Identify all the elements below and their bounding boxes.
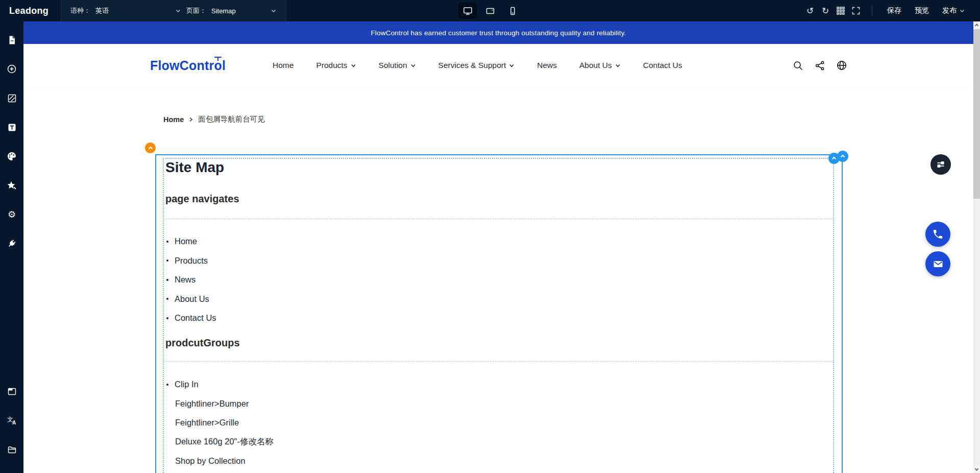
collapse-outer-button[interactable] [837, 151, 848, 162]
chevron-down-icon [974, 467, 979, 471]
chevron-down-icon [509, 63, 514, 68]
email-contact-button[interactable] [925, 251, 950, 276]
language-select[interactable]: 英语 [95, 6, 181, 15]
sitemap-link-home[interactable]: Home [166, 232, 216, 251]
sitemap-title: Site Map [165, 159, 224, 176]
sitemap-link-about-us[interactable]: About Us [166, 290, 216, 309]
page-select[interactable]: Sitemap [211, 7, 277, 15]
page-value: Sitemap [211, 7, 236, 15]
mobile-view-button[interactable] [503, 3, 522, 19]
builder-topbar: Leadong 语种： 英语 页面： Sitemap ↺ ↻ [0, 0, 980, 21]
toolbar-divider [872, 6, 872, 16]
translate-icon[interactable]: 文A [6, 415, 17, 426]
section-divider [163, 219, 834, 219]
breadcrumb: Home 面包屑导航前台可见 [163, 114, 265, 124]
chevron-down-icon [271, 8, 277, 14]
chevron-down-icon [615, 63, 621, 68]
sitemap-link-clip-in[interactable]: Clip In [166, 375, 274, 394]
settings-gear-icon[interactable]: ⚙ [6, 209, 17, 220]
sitemap-product-list: Clip In Feightliner>Bumper Feightliner>G… [166, 375, 274, 471]
scrollbar-thumb[interactable] [973, 29, 980, 199]
globe-language-icon[interactable] [836, 60, 847, 71]
plugin-icon[interactable] [6, 238, 17, 249]
fullscreen-icon[interactable] [848, 3, 864, 18]
tablet-icon [485, 6, 495, 16]
valve-o-glyph: o [214, 58, 222, 73]
text-style-icon[interactable] [6, 122, 17, 133]
email-icon [932, 258, 944, 270]
theme-palette-icon[interactable] [6, 151, 17, 162]
page-label: 页面： [186, 6, 206, 15]
background-icon[interactable] [6, 92, 17, 104]
pages-icon[interactable] [6, 34, 17, 45]
share-icon[interactable] [814, 60, 825, 71]
site-logo[interactable]: FlowControl [150, 58, 226, 73]
device-switcher [458, 0, 522, 21]
block-settings-button[interactable] [930, 154, 951, 175]
sitemap-nav-heading: page navigates [165, 193, 239, 205]
chevron-up-icon [974, 23, 979, 28]
scroll-down-button[interactable] [973, 465, 980, 473]
preview-button[interactable]: 预览 [908, 6, 936, 15]
add-section-icon[interactable] [6, 63, 17, 75]
announcement-bar: FlowControl has earned customer trust th… [23, 21, 973, 44]
builder-logo: Leadong [0, 6, 61, 16]
sitemap-link-news[interactable]: News [166, 270, 216, 290]
browser-window-icon[interactable] [6, 386, 17, 397]
svg-text:A: A [12, 420, 16, 425]
tablet-view-button[interactable] [481, 3, 499, 19]
nav-item-services-support[interactable]: Services & Support [438, 61, 515, 70]
sliders-icon [936, 159, 946, 170]
sitemap-link-freightliner-bumper[interactable]: Feightliner>Bumper [166, 394, 274, 414]
scroll-up-button[interactable] [973, 21, 980, 29]
section-divider [163, 361, 834, 362]
chevron-up-icon [148, 145, 154, 151]
sitemap-block-selected[interactable]: Site Map page navigates Home Products Ne… [155, 154, 843, 473]
nav-item-home[interactable]: Home [273, 61, 293, 70]
nav-item-about-us[interactable]: About Us [579, 61, 621, 70]
undo-icon[interactable]: ↺ [802, 3, 818, 18]
chevron-down-icon [351, 63, 356, 68]
sitemap-link-contact-us[interactable]: Contact Us [166, 309, 216, 328]
nav-item-news[interactable]: News [537, 61, 557, 70]
desktop-icon [463, 6, 473, 16]
sitemap-link-products[interactable]: Products [166, 251, 216, 271]
breadcrumb-home-link[interactable]: Home [163, 115, 184, 124]
sitemap-link-shop-by-collection[interactable]: Shop by Collection [166, 452, 274, 471]
collapse-block-button[interactable] [145, 143, 156, 153]
page-scrollbar[interactable] [973, 21, 980, 473]
nav-item-solution[interactable]: Solution [379, 61, 416, 70]
publish-button[interactable]: 发布 [936, 6, 972, 15]
sidebar-bottom-group: 文A [6, 386, 17, 473]
chevron-down-icon [175, 8, 181, 14]
breadcrumb-current: 面包屑导航前台可见 [198, 114, 265, 124]
magic-effects-icon[interactable] [6, 180, 17, 191]
sitemap-product-heading: prodcutGroups [165, 337, 240, 349]
publish-label: 发布 [942, 6, 957, 15]
language-label: 语种： [70, 6, 90, 15]
chevron-up-icon [831, 155, 837, 161]
toolbar-actions: ↺ ↻ 保存 预览 发布 [802, 3, 980, 18]
save-button[interactable]: 保存 [880, 6, 908, 15]
header-icon-group [792, 60, 847, 71]
chevron-down-icon [410, 63, 416, 68]
sitemap-link-freightliner-grille[interactable]: Feightliner>Grille [166, 413, 274, 433]
builder-sidebar: ⚙ 文A [0, 21, 23, 473]
site-preview-canvas: FlowControl has earned customer trust th… [23, 21, 973, 473]
sitemap-nav-list: Home Products News About Us Contact Us [166, 232, 216, 328]
phone-contact-button[interactable] [925, 222, 950, 247]
sitemap-link-deluxe[interactable]: Deluxe 160g 20"-修改名称 [166, 433, 274, 452]
grid-layout-icon[interactable] [833, 3, 848, 18]
site-header: FlowControl Home Products Solution Servi… [23, 44, 973, 87]
language-value: 英语 [95, 6, 109, 15]
nav-item-contact-us[interactable]: Contact Us [643, 61, 682, 70]
chevron-right-icon [188, 117, 193, 122]
phone-icon [932, 228, 944, 240]
search-icon[interactable] [792, 60, 803, 71]
redo-icon[interactable]: ↻ [818, 3, 833, 18]
nav-item-products[interactable]: Products [316, 61, 356, 70]
mobile-icon [508, 6, 518, 16]
desktop-view-button[interactable] [458, 3, 477, 19]
folder-icon[interactable] [6, 444, 17, 455]
chevron-up-icon [840, 153, 846, 159]
